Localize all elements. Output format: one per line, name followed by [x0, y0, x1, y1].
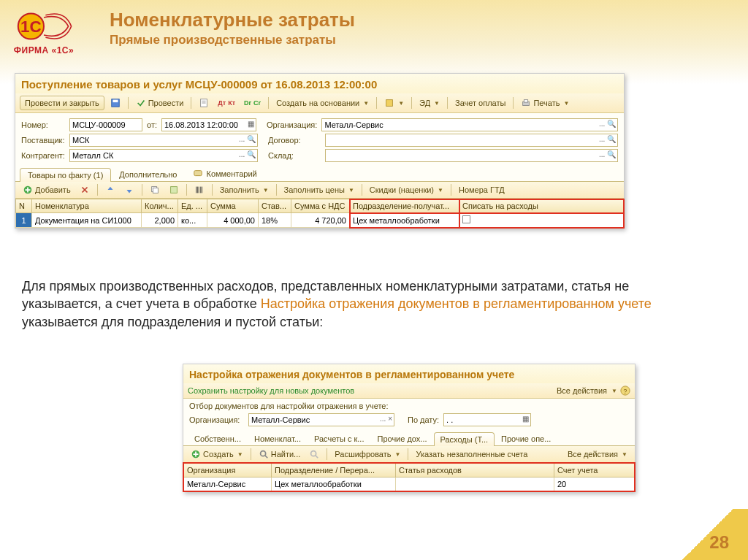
all-actions-top[interactable]: Все действия▼ ?	[557, 386, 630, 396]
save-settings-link[interactable]: Сохранить настройку для новых документов	[188, 386, 354, 395]
move-down-icon[interactable]	[121, 185, 137, 195]
cell-dept[interactable]: Цех металлообработки	[350, 213, 459, 228]
supplier-input[interactable]: МСК... 🔍	[69, 134, 258, 147]
cell-qty[interactable]: 2,000	[142, 213, 178, 228]
contract-input[interactable]: ... 🔍	[325, 134, 618, 147]
col2-dept[interactable]: Подразделение / Перера...	[272, 464, 396, 477]
settings-date-picker-icon[interactable]: ▦	[522, 415, 529, 423]
col-qty[interactable]: Колич...	[142, 199, 178, 213]
date-label: от:	[147, 120, 157, 129]
col2-org[interactable]: Организация	[184, 464, 272, 477]
cell2-account[interactable]: 20	[554, 477, 635, 491]
main-toolbar: Провести и закрыть Провести ДтКт DrCr Со…	[15, 93, 624, 113]
logo-caption: ФИРМА «1С»	[11, 45, 77, 55]
settings-org-input[interactable]: Металл-Сервис... ×	[248, 413, 394, 426]
org-input[interactable]: Металл-Сервис... 🔍	[321, 118, 618, 131]
tab-additional[interactable]: Дополнительно	[111, 167, 185, 181]
post-and-close-button[interactable]: Провести и закрыть	[20, 96, 104, 110]
attach-icon[interactable]: ▼	[381, 98, 407, 108]
tab-own[interactable]: Собственн...	[188, 431, 248, 445]
print-button[interactable]: Печать▼	[518, 98, 572, 108]
search-icon	[259, 449, 269, 459]
find-button[interactable]: Найти...	[256, 449, 304, 459]
help-icon[interactable]: ?	[620, 386, 630, 396]
cell-sum[interactable]: 4 000,00	[207, 213, 259, 228]
org-select-icon[interactable]: ... 🔍	[599, 120, 616, 128]
cell2-article[interactable]	[396, 477, 554, 491]
tab-calc[interactable]: Расчеты с к...	[308, 431, 371, 445]
page-title: Номенклатурные затраты	[110, 9, 355, 31]
col-unit[interactable]: Ед. ...	[178, 199, 207, 213]
decode-button[interactable]: Расшифровать▼	[332, 450, 403, 459]
col-nomen[interactable]: Номенклатура	[32, 199, 142, 213]
table-row[interactable]: Металл-Сервис Цех металлообработки 20	[184, 477, 635, 491]
sklad-select-icon[interactable]: ... 🔍	[599, 150, 616, 158]
cell2-dept[interactable]: Цех металлообработки	[272, 477, 396, 491]
col-rate[interactable]: Став...	[259, 199, 291, 213]
svg-rect-13	[153, 188, 158, 193]
drcr-icon[interactable]: DrCr	[241, 99, 264, 107]
delete-row-icon[interactable]	[77, 185, 93, 195]
tab-expenses[interactable]: Расходы (Т...	[434, 432, 495, 446]
offset-button[interactable]: Зачет оплаты	[452, 99, 508, 107]
tab-nomen[interactable]: Номенклат...	[248, 431, 308, 445]
contract-label: Договор:	[268, 136, 321, 145]
contract-select-icon[interactable]: ... 🔍	[599, 135, 616, 143]
cell2-org[interactable]: Металл-Сервис	[184, 477, 272, 491]
supplier-select-icon[interactable]: ... 🔍	[239, 135, 256, 143]
paste-icon[interactable]	[166, 185, 182, 195]
barcode-icon[interactable]	[191, 185, 207, 195]
writeoff-checkbox[interactable]	[462, 215, 470, 223]
copy-icon[interactable]	[147, 185, 163, 195]
cell-unit[interactable]: ко...	[178, 213, 207, 228]
settings-org-label: Организация:	[189, 415, 244, 424]
contragent-input[interactable]: Металл СК... 🔍	[69, 149, 258, 162]
table-row[interactable]: 1 Документация на СИ1000 2,000 ко... 4 0…	[16, 213, 624, 228]
col2-account[interactable]: Счет учета	[554, 464, 635, 477]
clear-find-icon[interactable]	[306, 449, 322, 459]
dtkt-icon[interactable]: ДтКт	[215, 99, 238, 107]
ed-button[interactable]: ЭД▼	[416, 99, 443, 107]
settings-date-label: По дату:	[408, 415, 439, 424]
cell-rate[interactable]: 18%	[259, 213, 291, 228]
fill-button[interactable]: Заполнить▼	[217, 185, 272, 194]
col-dept[interactable]: Подразделение-получат...	[350, 199, 459, 213]
create-based-button[interactable]: Создать на основании▼	[273, 99, 372, 107]
post-button[interactable]: Провести	[133, 98, 187, 108]
settings-org-select-icon[interactable]: ... ×	[380, 415, 392, 423]
col2-article[interactable]: Статья расходов	[396, 464, 554, 477]
all-actions-bottom[interactable]: Все действия▼	[565, 450, 630, 459]
add-row-button[interactable]: Добавить	[20, 185, 74, 195]
settings-tabs: Собственн... Номенклат... Расчеты с к...…	[183, 431, 635, 446]
date-picker-icon[interactable]: ▦	[248, 120, 254, 128]
save-icon[interactable]	[107, 98, 123, 108]
report-icon[interactable]	[196, 98, 212, 108]
col-writeoff[interactable]: Списать на расходы	[459, 199, 624, 213]
cell-sum-vat[interactable]: 4 720,00	[291, 213, 350, 228]
fill-prices-button[interactable]: Заполнить цены▼	[281, 185, 357, 194]
sklad-input[interactable]: ... 🔍	[325, 149, 618, 162]
discounts-button[interactable]: Скидки (наценки)▼	[367, 185, 446, 194]
cell-nomen[interactable]: Документация на СИ1000	[32, 213, 142, 228]
col-sum[interactable]: Сумма	[207, 199, 259, 213]
settings-window: Настройка отражения документов в регламе…	[183, 364, 636, 492]
cell-writeoff[interactable]	[459, 213, 624, 228]
move-up-icon[interactable]	[102, 185, 118, 195]
col-n[interactable]: N	[16, 199, 32, 213]
gtd-button[interactable]: Номера ГТД	[456, 185, 508, 194]
create-button[interactable]: Создать▼	[188, 449, 246, 459]
settings-date-input[interactable]: . .▦	[443, 413, 531, 426]
tab-goods[interactable]: Товары по факту (1)	[20, 168, 111, 182]
contragent-select-icon[interactable]: ... 🔍	[239, 150, 256, 158]
filter-label: Отбор документов для настройки отражения…	[189, 402, 629, 410]
tab-other-ops[interactable]: Прочие опе...	[495, 431, 557, 445]
col-sum-vat[interactable]: Сумма с НДС	[291, 199, 350, 213]
cell-n[interactable]: 1	[16, 213, 32, 228]
tab-comment[interactable]: Комментарий	[185, 166, 264, 181]
unfilled-button[interactable]: Указать незаполненные счета	[413, 450, 530, 459]
form-header: Номер: МСЦУ-000009 от: 16.08.2013 12:00:…	[15, 113, 624, 166]
number-input[interactable]: МСЦУ-000009	[69, 118, 142, 131]
date-input[interactable]: 16.08.2013 12:00:00▦	[161, 118, 256, 131]
receipt-window: Поступление товаров и услуг МСЦУ-000009 …	[15, 73, 625, 229]
tab-other-income[interactable]: Прочие дох...	[370, 431, 433, 445]
